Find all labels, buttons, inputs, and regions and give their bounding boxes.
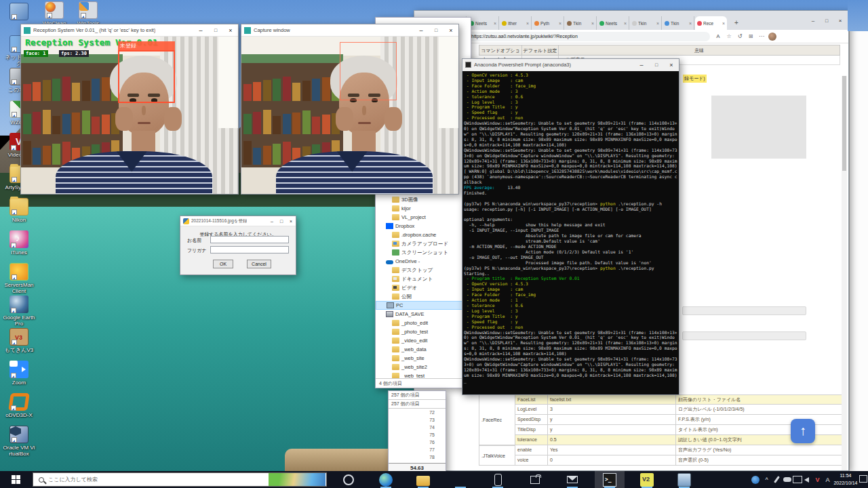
address-bar[interactable]: https://zutsu.aa0.netvolante.jp/pukiwiki…	[466, 32, 710, 41]
browser-maximize-button[interactable]	[820, 11, 833, 30]
tab-close-icon[interactable]: ×	[689, 21, 692, 26]
tray-ime-icon[interactable]: A	[823, 471, 833, 488]
action-center-icon[interactable]	[859, 475, 867, 483]
reception-close-button[interactable]	[223, 24, 238, 36]
browser-scrollbar[interactable]	[842, 76, 847, 470]
tree-item-ドキュメント[interactable]: ドキュメント	[376, 274, 471, 283]
tray-pen-icon[interactable]	[772, 471, 782, 488]
tree-item-OneDrive -[interactable]: OneDrive -	[376, 257, 471, 266]
terminal-maximize-button[interactable]	[649, 59, 664, 70]
tray-vshield-icon[interactable]: V	[812, 471, 823, 488]
tab-close-icon[interactable]: ×	[559, 21, 561, 26]
capture-maximize-button[interactable]	[429, 24, 443, 36]
toolbar-icon[interactable]: ↺	[734, 32, 745, 41]
ok-button[interactable]: OK	[213, 260, 233, 268]
tree-item-_photo_edit[interactable]: _photo_edit	[376, 319, 471, 327]
toolbar-icon[interactable]: ⊞	[745, 32, 756, 41]
reception-minimize-button[interactable]	[193, 24, 208, 36]
name-field[interactable]	[210, 236, 289, 243]
tray-speaker-icon[interactable]	[802, 471, 812, 488]
start-button[interactable]	[0, 471, 31, 488]
scroll-to-top-button[interactable]: ↑	[791, 419, 815, 443]
tree-item-.dropbox.cache[interactable]: .dropbox.cache	[376, 230, 471, 239]
tree-item-カメラアップロード[interactable]: カメラアップロード	[376, 239, 471, 248]
taskbar-app-ie[interactable]	[446, 471, 475, 488]
browser-tab-Neets[interactable]: Neets×	[597, 16, 629, 30]
desktop-icon-folder[interactable]: Nikon	[3, 198, 35, 223]
toolbar-icon[interactable]: ☆	[724, 32, 734, 41]
tab-close-icon[interactable]: ×	[624, 21, 627, 26]
desktop-icon-dualmon[interactable]	[3, 3, 35, 22]
taskbar-app-explorer[interactable]	[408, 471, 438, 488]
desktop-icon-serversman[interactable]: ServersMan Client	[3, 263, 35, 294]
search-highlight-image[interactable]	[269, 473, 326, 486]
capture-minimize-button[interactable]	[414, 24, 429, 36]
taskbar-app-mail[interactable]	[557, 471, 587, 488]
desktop-icon-wintool1[interactable]: WinClean	[38, 1, 71, 26]
browser-tab-Tkin[interactable]: Tkin×	[565, 16, 597, 30]
desktop-icon-wintool2[interactable]: WinTools	[72, 1, 104, 26]
dialog-maximize-button[interactable]	[277, 216, 286, 226]
taskbar-app-app[interactable]	[669, 471, 699, 488]
tab-close-icon[interactable]: ×	[591, 21, 594, 26]
page-input-bar[interactable]	[682, 306, 806, 315]
desktop-icon-googleearth[interactable]: Google Earth Pro	[3, 296, 35, 327]
tab-close-icon[interactable]: ×	[656, 21, 659, 26]
tree-item-VL_project[interactable]: VL_project	[376, 213, 471, 222]
tree-item-DATA_SAVE[interactable]: DATA_SAVE	[376, 310, 471, 319]
tab-close-icon[interactable]: ×	[722, 21, 725, 26]
tree-item-スクリーンショット[interactable]: スクリーンショット	[376, 248, 471, 257]
taskbar-app-phone[interactable]	[483, 471, 513, 488]
tree-item-_web_site2[interactable]: _web_site2	[376, 363, 471, 371]
tree-item-PC[interactable]: PC	[376, 301, 471, 310]
tray-onedrive-icon[interactable]	[782, 471, 792, 488]
desktop-icon-vbox[interactable]: Oracle VM VirtualBox	[3, 426, 35, 457]
taskbar-clock[interactable]: 11:54 2022/10/14	[833, 472, 859, 487]
new-tab-button[interactable]: +	[732, 18, 741, 28]
tree-item-_photo_test[interactable]: _photo_test	[376, 327, 471, 336]
browser-tab-Pyth[interactable]: Pyth×	[532, 16, 564, 30]
toolbar-icon[interactable]: ⋯	[756, 32, 767, 41]
page-input-bar[interactable]	[682, 331, 806, 340]
taskbar-search[interactable]: ここに入力して検索	[33, 472, 327, 487]
tree-item-kijor[interactable]: kijor	[376, 204, 471, 213]
tree-item-_web_data[interactable]: _web_data	[376, 345, 471, 354]
profile-avatar[interactable]	[768, 33, 776, 41]
taskbar-app-edge[interactable]	[371, 471, 401, 488]
tree-item-ビデオ[interactable]: ビデオ	[376, 283, 471, 292]
capture-close-button[interactable]	[443, 24, 458, 36]
browser-close-button[interactable]	[833, 11, 847, 30]
desktop-icon-zoom[interactable]: Zoom	[3, 361, 35, 386]
tab-close-icon[interactable]: ×	[494, 21, 496, 26]
tree-item-公開[interactable]: 公開	[376, 292, 471, 301]
dialog-close-button[interactable]	[286, 216, 296, 226]
desktop-icon-dvd[interactable]: oDVD3D-X	[3, 393, 35, 418]
browser-tab-Tkin[interactable]: Tkin×	[663, 16, 694, 30]
browser-minimize-button[interactable]	[806, 11, 820, 30]
taskbar-app-wz[interactable]	[632, 471, 662, 488]
terminal-close-button[interactable]	[664, 59, 679, 70]
desktop-icon-motekin[interactable]: もてきんV3	[3, 328, 35, 353]
tree-item-Dropbox[interactable]: Dropbox	[376, 222, 471, 230]
desktop-icon-itunes[interactable]: iTunes	[3, 230, 35, 256]
reception-maximize-button[interactable]	[208, 24, 223, 36]
tray-dropbox-icon[interactable]	[749, 471, 762, 488]
tree-item-デスクトップ[interactable]: デスクトップ	[376, 266, 471, 274]
tray-monitor-icon[interactable]	[792, 471, 802, 488]
tree-item-3D画像[interactable]: 3D画像	[376, 195, 471, 204]
kana-field[interactable]	[210, 246, 289, 253]
taskbar-app-terminal[interactable]	[595, 471, 625, 488]
tree-item-_video_edit[interactable]: _video_edit	[376, 336, 471, 345]
browser-tab-Tkin[interactable]: Tkin×	[630, 16, 662, 30]
terminal-output[interactable]: - OpenCV version : 4.5.3 - Input image :…	[462, 71, 679, 394]
cancel-button[interactable]: Cancel	[247, 260, 271, 268]
terminal-minimize-button[interactable]	[634, 59, 649, 70]
browser-tab-Ither[interactable]: Ither×	[500, 16, 532, 30]
dialog-minimize-button[interactable]	[267, 216, 277, 226]
taskbar-app-cortana[interactable]	[334, 471, 363, 488]
tree-item-_web_site[interactable]: _web_site	[376, 354, 471, 363]
tab-close-icon[interactable]: ×	[526, 21, 529, 26]
toolbar-icon[interactable]: A	[713, 32, 724, 41]
browser-tab-Neets[interactable]: Neets×	[467, 16, 499, 30]
tray-chevron-icon[interactable]: ^	[762, 471, 772, 488]
